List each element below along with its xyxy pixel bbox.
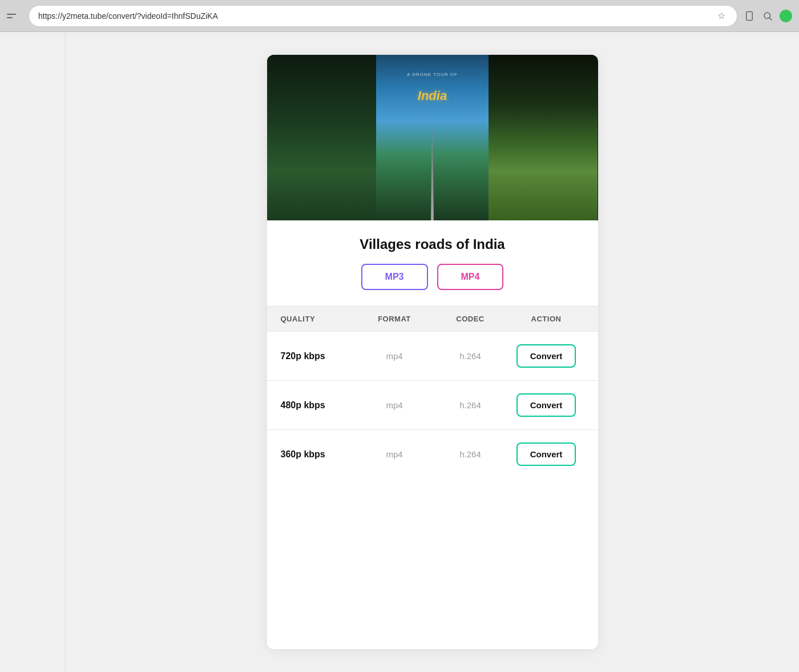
- video-thumbnail: A DRONE TOUR OF India: [267, 55, 598, 220]
- action-480: Convert: [509, 393, 584, 417]
- format-480: mp4: [357, 400, 433, 410]
- quality-360: 360p kbps: [281, 449, 357, 460]
- thumbnail-bg: A DRONE TOUR OF India: [267, 55, 598, 220]
- convert-button-480[interactable]: Convert: [516, 393, 576, 417]
- thumb-right: [489, 55, 598, 220]
- thumb-center: A DRONE TOUR OF India: [376, 55, 489, 220]
- browser-toolbar: https://y2meta.tube/convert/?videoId=Ihn…: [0, 0, 799, 32]
- codec-480: h.264: [433, 400, 509, 410]
- address-bar[interactable]: https://y2meta.tube/convert/?videoId=Ihn…: [29, 5, 737, 27]
- status-indicator: [780, 10, 792, 22]
- table-header: QUALITY FORMAT CODEC ACTION: [267, 306, 598, 331]
- tab-mp3[interactable]: MP3: [361, 264, 428, 290]
- table-row: 480p kbps mp4 h.264 Convert: [267, 380, 598, 429]
- browser-menu-icon[interactable]: [7, 10, 23, 22]
- convert-button-360[interactable]: Convert: [516, 442, 576, 466]
- col-codec: CODEC: [433, 315, 509, 323]
- col-format: FORMAT: [357, 315, 433, 323]
- india-title-text: India: [418, 88, 447, 103]
- action-720: Convert: [509, 344, 584, 368]
- main-content: A DRONE TOUR OF India Villages roads of …: [66, 32, 799, 672]
- thumb-left: [267, 55, 376, 220]
- converter-card: A DRONE TOUR OF India Villages roads of …: [267, 55, 598, 649]
- action-360: Convert: [509, 442, 584, 466]
- svg-point-2: [764, 13, 770, 19]
- page-body: A DRONE TOUR OF India Villages roads of …: [0, 32, 799, 672]
- india-subtitle: A DRONE TOUR OF: [407, 72, 458, 77]
- quality-480: 480p kbps: [281, 400, 357, 411]
- col-action: ACTION: [509, 315, 584, 323]
- format-360: mp4: [357, 449, 433, 459]
- search-icon[interactable]: [761, 10, 774, 22]
- format-720: mp4: [357, 351, 433, 361]
- quality-720: 720p kbps: [281, 351, 357, 361]
- tab-mp4[interactable]: MP4: [437, 264, 504, 290]
- video-title: Villages roads of India: [267, 220, 598, 264]
- svg-rect-0: [746, 11, 753, 20]
- format-tabs: MP3 MP4: [267, 264, 598, 306]
- table-row: 720p kbps mp4 h.264 Convert: [267, 331, 598, 380]
- url-text: https://y2meta.tube/convert/?videoId=Ihn…: [38, 11, 711, 21]
- codec-720: h.264: [433, 351, 509, 361]
- col-quality: QUALITY: [281, 315, 357, 323]
- bookmark-icon[interactable]: ☆: [715, 10, 728, 22]
- left-sidebar: [0, 32, 66, 672]
- svg-line-3: [769, 18, 772, 20]
- codec-360: h.264: [433, 449, 509, 459]
- share-icon[interactable]: [743, 10, 756, 22]
- convert-button-720[interactable]: Convert: [516, 344, 576, 368]
- table-row: 360p kbps mp4 h.264 Convert: [267, 429, 598, 478]
